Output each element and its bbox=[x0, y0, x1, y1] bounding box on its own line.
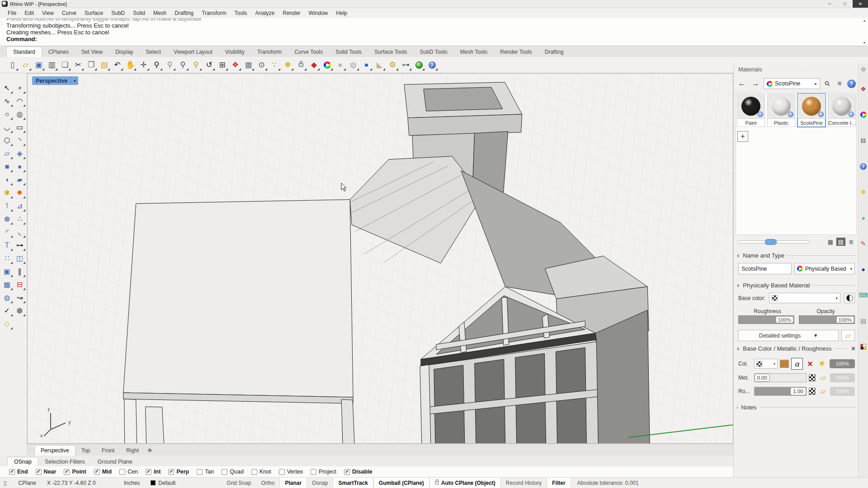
perspective-viewport[interactable]: Perspective ▾ z y x bbox=[27, 73, 733, 444]
chevron-open-icon[interactable]: ∨ bbox=[736, 346, 740, 351]
open-file-icon[interactable]: ▱ bbox=[19, 59, 32, 71]
box-icon[interactable]: ■ bbox=[1, 161, 13, 173]
menu-mesh[interactable]: Mesh bbox=[149, 9, 170, 17]
notes-list-icon[interactable]: ▤ bbox=[859, 316, 868, 325]
osnap-disable[interactable]: Disable bbox=[344, 469, 372, 475]
chevron-closed-icon[interactable]: › bbox=[736, 405, 738, 410]
pane-osnap[interactable]: Osnap bbox=[307, 478, 333, 488]
tab-selection-filters[interactable]: Selection Filters bbox=[38, 457, 91, 466]
swatches-icon[interactable] bbox=[859, 342, 868, 351]
material-paint[interactable]: Paint bbox=[736, 93, 765, 127]
display-icon[interactable]: ⊟ bbox=[859, 136, 868, 145]
metallic-strength-badge[interactable]: 100% bbox=[830, 373, 855, 382]
sweep-icon[interactable]: ▰ bbox=[14, 174, 26, 186]
status-units[interactable]: Inches bbox=[118, 480, 145, 486]
tab-subd-tools[interactable]: SubD Tools bbox=[414, 47, 454, 57]
menu-transform[interactable]: Transform bbox=[198, 9, 230, 17]
arc-icon[interactable]: ◠ bbox=[14, 95, 26, 107]
texture-slot-icon[interactable] bbox=[809, 374, 816, 381]
add-material-button[interactable]: + bbox=[737, 131, 748, 142]
checkbox[interactable] bbox=[146, 469, 151, 475]
points-diagram-icon[interactable]: ∵ bbox=[269, 59, 281, 71]
menu-curve[interactable]: Curve bbox=[58, 9, 80, 17]
lock-icon[interactable] bbox=[295, 59, 307, 71]
undo-icon[interactable]: ↶ bbox=[111, 59, 123, 71]
blend-curve-icon[interactable]: ◝ bbox=[14, 135, 26, 146]
trim-icon[interactable]: ⊺ bbox=[1, 200, 13, 212]
scroll-up-icon[interactable]: ▲ bbox=[863, 19, 866, 22]
tab-set-view[interactable]: Set View bbox=[75, 47, 109, 57]
twist-icon[interactable]: ◍ bbox=[1, 292, 13, 304]
chamfer-icon[interactable]: ◟ bbox=[14, 226, 26, 238]
paste-icon[interactable]: ▤ bbox=[98, 59, 110, 71]
explode-icon[interactable]: ✸ bbox=[14, 187, 26, 199]
gears-icon[interactable]: ⚙ bbox=[387, 59, 399, 71]
tab-surface-tools[interactable]: Surface Tools bbox=[368, 47, 414, 57]
forward-arrow-icon[interactable]: → bbox=[750, 79, 761, 88]
surface-icon[interactable]: ▱ bbox=[1, 148, 13, 160]
close-icon[interactable]: ✕ bbox=[851, 345, 856, 352]
viewport-tab-front[interactable]: Front bbox=[96, 446, 120, 455]
checkbox[interactable] bbox=[9, 469, 15, 475]
check-icon[interactable]: ✓ bbox=[1, 305, 13, 317]
list-view-icon[interactable]: ▤ bbox=[836, 238, 845, 246]
eightball-icon[interactable]: ● bbox=[859, 265, 868, 274]
alpha-channel-button[interactable]: α bbox=[791, 358, 803, 370]
array-icon[interactable]: ∷ bbox=[1, 253, 13, 264]
section-notes[interactable]: › Notes bbox=[736, 404, 856, 411]
pane-auto-cplane[interactable]: Auto CPlane (Object) bbox=[429, 478, 501, 488]
osnap-tan[interactable]: Tan bbox=[197, 469, 214, 475]
metallic-slider[interactable]: 0.00 bbox=[754, 373, 807, 382]
ghosted-view-icon[interactable]: ◍ bbox=[347, 59, 359, 71]
rectangle-icon[interactable]: ▭ bbox=[14, 122, 26, 133]
save-icon[interactable]: ▣ bbox=[33, 59, 45, 71]
tab-select[interactable]: Select bbox=[140, 47, 167, 57]
pane-gumball[interactable]: Gumball (CPlane) bbox=[373, 478, 429, 488]
menu-render[interactable]: Render bbox=[278, 9, 304, 17]
lightbulb-icon[interactable]: ✺ bbox=[859, 188, 868, 197]
checkbox[interactable] bbox=[36, 469, 42, 475]
section-physically-based[interactable]: ∨ Physically Based Material bbox=[736, 282, 856, 289]
osnap-knot[interactable]: Knot bbox=[251, 469, 271, 475]
control-point-curve-icon[interactable]: ∿ bbox=[1, 95, 13, 107]
osnap-vertex[interactable]: Vertex bbox=[279, 469, 303, 475]
earth-icon[interactable] bbox=[413, 59, 425, 71]
cplane-icon[interactable]: ⊙ bbox=[255, 59, 268, 71]
grid-array-icon[interactable]: ▦ bbox=[1, 279, 13, 291]
menu-icon[interactable]: ≡ bbox=[835, 80, 844, 88]
close-button[interactable]: ✕ bbox=[853, 0, 868, 8]
print-icon[interactable]: ▥ bbox=[46, 59, 58, 71]
boolean-icon[interactable]: ⊛ bbox=[1, 213, 13, 225]
unroll-icon[interactable]: ◇ bbox=[1, 318, 13, 330]
open-folder-icon[interactable]: ▱ bbox=[818, 374, 828, 382]
osnap-cen[interactable]: Cen bbox=[119, 469, 138, 475]
viewport-title-chip[interactable]: Perspective ▾ bbox=[32, 76, 78, 85]
environment-icon[interactable]: ◕ bbox=[859, 213, 868, 222]
command-history[interactable]: ⁞ Press and hold Alt to temporarily togg… bbox=[0, 18, 868, 46]
metallic-value[interactable]: 0.00 bbox=[755, 374, 770, 382]
color-source-dropdown[interactable]: ▾ bbox=[754, 359, 778, 369]
calculator-icon[interactable]: ⌨ bbox=[859, 291, 868, 300]
tab-osnap[interactable]: OSnap bbox=[7, 457, 38, 466]
menu-solid[interactable]: Solid bbox=[129, 9, 149, 17]
point-icon[interactable]: ∘ bbox=[14, 82, 26, 94]
breadcrumb-arrow-icon[interactable]: ▸ bbox=[815, 81, 817, 86]
detail-view-icon[interactable]: ≣ bbox=[847, 238, 856, 246]
puzzle-icon[interactable]: ✱ bbox=[1, 187, 13, 199]
lamp-icon[interactable]: ✺ bbox=[282, 59, 294, 71]
copy-icon[interactable]: ❐ bbox=[85, 59, 97, 71]
scroll-down-icon[interactable]: ▼ bbox=[863, 41, 866, 44]
chevron-down-icon[interactable]: ▾ bbox=[72, 79, 77, 83]
viewport-tab-top[interactable]: Top bbox=[75, 446, 96, 455]
viewport-tab-right[interactable]: Right bbox=[120, 446, 145, 455]
section-bcmr[interactable]: ∨ Base Color / Metallic / Roughness ✕ bbox=[736, 345, 856, 352]
status-layer[interactable]: Default bbox=[145, 480, 181, 486]
patch-icon[interactable]: ◈ bbox=[14, 148, 26, 160]
help-sphere-icon[interactable]: ? bbox=[859, 162, 868, 171]
tab-visibility[interactable]: Visibility bbox=[219, 47, 251, 57]
chevron-open-icon[interactable]: ∨ bbox=[736, 283, 740, 288]
text-icon[interactable]: T bbox=[1, 239, 13, 251]
cone-icon[interactable]: ◣ bbox=[373, 59, 386, 71]
wood-texture-swatch[interactable] bbox=[780, 360, 789, 368]
pane-ortho[interactable]: Ortho bbox=[256, 478, 279, 488]
